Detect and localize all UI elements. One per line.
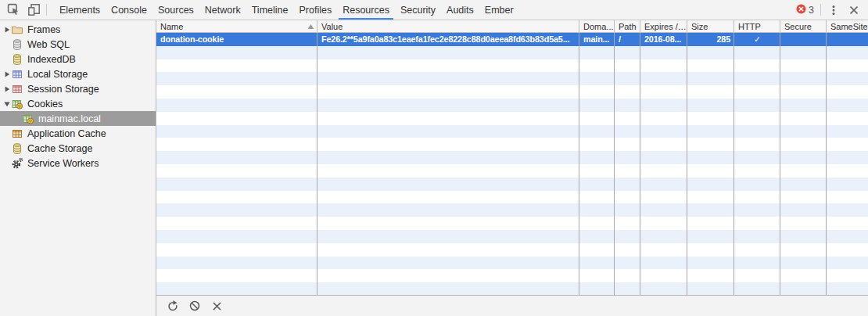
tab-audits[interactable]: Audits xyxy=(441,0,479,20)
tab-ember[interactable]: Ember xyxy=(479,0,519,20)
cell-samesite xyxy=(827,269,868,282)
console-error-badge[interactable]: 3 xyxy=(792,4,818,16)
cell-name xyxy=(156,282,317,295)
cookies-view: NameValueDoma...PathExpires / ...SizeHTT… xyxy=(156,20,868,316)
tab-network[interactable]: Network xyxy=(199,0,246,20)
refresh-button[interactable] xyxy=(162,296,184,315)
cell-samesite xyxy=(827,72,868,85)
sidebar-item-cookies[interactable]: Cookies xyxy=(0,96,156,111)
cell-secure xyxy=(780,230,827,243)
cell-http xyxy=(734,112,780,125)
close-devtools-button[interactable] xyxy=(844,1,864,20)
tab-security[interactable]: Security xyxy=(395,0,441,20)
toggle-device-toolbar-button[interactable] xyxy=(23,1,44,20)
cell-size xyxy=(687,46,734,59)
sidebar-item-session-storage[interactable]: Session Storage xyxy=(0,81,156,96)
cell-samesite xyxy=(827,282,868,295)
cell-expires xyxy=(640,243,687,257)
cell-expires xyxy=(640,230,687,243)
cell-http xyxy=(734,243,780,257)
cell-path xyxy=(615,151,640,164)
column-header-secure[interactable]: Secure xyxy=(780,20,827,32)
cell-samesite xyxy=(827,151,868,164)
empty-row xyxy=(156,46,868,59)
cell-http xyxy=(734,257,780,270)
sidebar-item-local-storage[interactable]: Local Storage xyxy=(0,66,156,81)
cell-http xyxy=(734,59,780,73)
cell-http xyxy=(734,151,780,164)
cell-http xyxy=(734,125,780,138)
column-header-name[interactable]: Name xyxy=(156,20,317,32)
overflow-menu-button[interactable] xyxy=(823,1,844,20)
cell-samesite xyxy=(827,191,868,204)
triangle-right-icon[interactable] xyxy=(2,85,11,93)
cell-secure xyxy=(780,269,827,282)
inspect-element-button[interactable] xyxy=(3,1,23,20)
empty-row xyxy=(156,138,868,151)
cell-domain xyxy=(579,178,615,191)
cell-size xyxy=(687,217,734,230)
cell-name xyxy=(156,46,317,59)
cell-value xyxy=(317,46,579,59)
empty-row xyxy=(156,178,868,191)
cookies-icon xyxy=(22,113,34,125)
cell-value xyxy=(317,151,579,164)
delete-button[interactable] xyxy=(206,296,228,315)
triangle-down-icon[interactable] xyxy=(2,100,11,108)
sidebar-item-mainmac-local[interactable]: mainmac.local xyxy=(0,111,156,126)
cell-samesite xyxy=(827,203,868,217)
cookies-icon xyxy=(11,98,23,110)
tab-elements[interactable]: Elements xyxy=(54,0,106,20)
cell-secure xyxy=(780,85,827,99)
cell-name: donation-cookie xyxy=(156,33,317,46)
cell-path xyxy=(615,217,640,230)
triangle-right-icon[interactable] xyxy=(2,26,11,34)
empty-row xyxy=(156,59,868,73)
cell-expires xyxy=(640,72,687,85)
cell-value xyxy=(317,85,579,99)
cell-secure xyxy=(780,125,827,138)
cell-samesite xyxy=(827,178,868,191)
cell-name xyxy=(156,164,317,178)
cell-http xyxy=(734,191,780,204)
database-gold-icon xyxy=(11,53,23,66)
sidebar-item-indexeddb[interactable]: IndexedDB xyxy=(0,52,156,66)
cell-secure xyxy=(780,243,827,257)
column-header-samesite[interactable]: SameSite xyxy=(827,20,868,32)
cell-samesite xyxy=(827,112,868,125)
empty-row xyxy=(156,191,868,204)
triangle-right-icon[interactable] xyxy=(2,70,11,78)
column-header-http[interactable]: HTTP xyxy=(734,20,780,32)
cell-path: / xyxy=(615,33,640,46)
cell-name xyxy=(156,203,317,217)
tab-sources[interactable]: Sources xyxy=(152,0,199,20)
column-header-size[interactable]: Size xyxy=(687,20,734,32)
sidebar-item-service-workers[interactable]: Service Workers xyxy=(0,156,156,171)
cell-path xyxy=(615,164,640,178)
devtools-window: ElementsConsoleSourcesNetworkTimelinePro… xyxy=(0,0,868,316)
tab-resources[interactable]: Resources xyxy=(337,0,395,20)
cell-value xyxy=(317,99,579,112)
column-header-path[interactable]: Path xyxy=(615,20,640,32)
sidebar-item-application-cache[interactable]: Application Cache xyxy=(0,126,156,141)
cell-domain: main... xyxy=(579,33,615,46)
cell-value xyxy=(317,178,579,191)
sort-ascending-icon xyxy=(307,23,314,30)
empty-row xyxy=(156,282,868,295)
sidebar-item-web-sql[interactable]: Web SQL xyxy=(0,37,156,52)
cell-path xyxy=(615,85,640,99)
clear-button[interactable] xyxy=(184,296,206,315)
tab-profiles[interactable]: Profiles xyxy=(293,0,337,20)
column-header-domain[interactable]: Doma... xyxy=(579,20,615,32)
column-header-expires[interactable]: Expires / ... xyxy=(640,20,687,32)
column-header-value[interactable]: Value xyxy=(317,20,579,32)
cell-domain xyxy=(579,59,615,73)
cell-value xyxy=(317,269,579,282)
cell-samesite xyxy=(827,230,868,243)
table-row[interactable]: donation-cookieFe26.2**5a9fa0a83c1eaefa1… xyxy=(156,33,868,46)
tab-console[interactable]: Console xyxy=(106,0,152,20)
cell-size xyxy=(687,282,734,295)
sidebar-item-cache-storage[interactable]: Cache Storage xyxy=(0,141,156,156)
sidebar-item-frames[interactable]: Frames xyxy=(0,22,156,37)
tab-timeline[interactable]: Timeline xyxy=(246,0,294,20)
